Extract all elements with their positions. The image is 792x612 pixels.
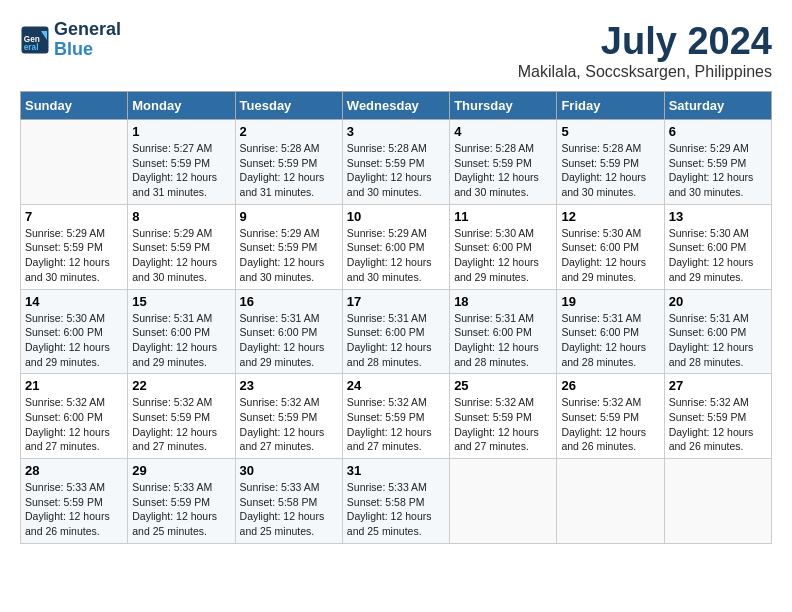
cell-content: Sunrise: 5:31 AM Sunset: 6:00 PM Dayligh… [669, 311, 767, 370]
calendar-cell: 16Sunrise: 5:31 AM Sunset: 6:00 PM Dayli… [235, 289, 342, 374]
day-number: 5 [561, 124, 659, 139]
cell-content: Sunrise: 5:32 AM Sunset: 5:59 PM Dayligh… [454, 395, 552, 454]
cell-content: Sunrise: 5:32 AM Sunset: 5:59 PM Dayligh… [347, 395, 445, 454]
cell-content: Sunrise: 5:28 AM Sunset: 5:59 PM Dayligh… [561, 141, 659, 200]
day-number: 1 [132, 124, 230, 139]
day-number: 25 [454, 378, 552, 393]
day-number: 4 [454, 124, 552, 139]
calendar-cell: 9Sunrise: 5:29 AM Sunset: 5:59 PM Daylig… [235, 204, 342, 289]
cell-content: Sunrise: 5:31 AM Sunset: 6:00 PM Dayligh… [347, 311, 445, 370]
week-row-5: 28Sunrise: 5:33 AM Sunset: 5:59 PM Dayli… [21, 459, 772, 544]
calendar-cell: 11Sunrise: 5:30 AM Sunset: 6:00 PM Dayli… [450, 204, 557, 289]
calendar-cell: 22Sunrise: 5:32 AM Sunset: 5:59 PM Dayli… [128, 374, 235, 459]
cell-content: Sunrise: 5:33 AM Sunset: 5:59 PM Dayligh… [25, 480, 123, 539]
calendar-cell: 26Sunrise: 5:32 AM Sunset: 5:59 PM Dayli… [557, 374, 664, 459]
cell-content: Sunrise: 5:33 AM Sunset: 5:58 PM Dayligh… [347, 480, 445, 539]
calendar-cell: 15Sunrise: 5:31 AM Sunset: 6:00 PM Dayli… [128, 289, 235, 374]
logo-text: General Blue [54, 20, 121, 60]
header-wednesday: Wednesday [342, 92, 449, 120]
header-thursday: Thursday [450, 92, 557, 120]
cell-content: Sunrise: 5:29 AM Sunset: 5:59 PM Dayligh… [240, 226, 338, 285]
cell-content: Sunrise: 5:28 AM Sunset: 5:59 PM Dayligh… [347, 141, 445, 200]
svg-text:eral: eral [24, 43, 39, 52]
cell-content: Sunrise: 5:28 AM Sunset: 5:59 PM Dayligh… [454, 141, 552, 200]
day-number: 30 [240, 463, 338, 478]
cell-content: Sunrise: 5:33 AM Sunset: 5:59 PM Dayligh… [132, 480, 230, 539]
day-number: 11 [454, 209, 552, 224]
day-number: 13 [669, 209, 767, 224]
week-row-1: 1Sunrise: 5:27 AM Sunset: 5:59 PM Daylig… [21, 120, 772, 205]
cell-content: Sunrise: 5:32 AM Sunset: 5:59 PM Dayligh… [561, 395, 659, 454]
day-number: 29 [132, 463, 230, 478]
calendar-cell: 10Sunrise: 5:29 AM Sunset: 6:00 PM Dayli… [342, 204, 449, 289]
cell-content: Sunrise: 5:30 AM Sunset: 6:00 PM Dayligh… [454, 226, 552, 285]
calendar-cell: 3Sunrise: 5:28 AM Sunset: 5:59 PM Daylig… [342, 120, 449, 205]
cell-content: Sunrise: 5:30 AM Sunset: 6:00 PM Dayligh… [561, 226, 659, 285]
day-number: 21 [25, 378, 123, 393]
cell-content: Sunrise: 5:30 AM Sunset: 6:00 PM Dayligh… [25, 311, 123, 370]
calendar-cell: 21Sunrise: 5:32 AM Sunset: 6:00 PM Dayli… [21, 374, 128, 459]
calendar-cell [664, 459, 771, 544]
day-number: 17 [347, 294, 445, 309]
calendar-cell: 2Sunrise: 5:28 AM Sunset: 5:59 PM Daylig… [235, 120, 342, 205]
calendar-cell: 8Sunrise: 5:29 AM Sunset: 5:59 PM Daylig… [128, 204, 235, 289]
calendar-cell: 17Sunrise: 5:31 AM Sunset: 6:00 PM Dayli… [342, 289, 449, 374]
calendar-cell: 25Sunrise: 5:32 AM Sunset: 5:59 PM Dayli… [450, 374, 557, 459]
calendar-cell: 6Sunrise: 5:29 AM Sunset: 5:59 PM Daylig… [664, 120, 771, 205]
day-number: 23 [240, 378, 338, 393]
header-saturday: Saturday [664, 92, 771, 120]
day-number: 19 [561, 294, 659, 309]
calendar-cell: 20Sunrise: 5:31 AM Sunset: 6:00 PM Dayli… [664, 289, 771, 374]
day-number: 8 [132, 209, 230, 224]
logo: Gen eral General Blue [20, 20, 121, 60]
calendar-cell: 13Sunrise: 5:30 AM Sunset: 6:00 PM Dayli… [664, 204, 771, 289]
day-number: 9 [240, 209, 338, 224]
header-tuesday: Tuesday [235, 92, 342, 120]
calendar-cell: 18Sunrise: 5:31 AM Sunset: 6:00 PM Dayli… [450, 289, 557, 374]
header-friday: Friday [557, 92, 664, 120]
header-monday: Monday [128, 92, 235, 120]
calendar-cell: 30Sunrise: 5:33 AM Sunset: 5:58 PM Dayli… [235, 459, 342, 544]
calendar-cell [450, 459, 557, 544]
week-row-4: 21Sunrise: 5:32 AM Sunset: 6:00 PM Dayli… [21, 374, 772, 459]
calendar-cell: 31Sunrise: 5:33 AM Sunset: 5:58 PM Dayli… [342, 459, 449, 544]
logo-line1: General [54, 20, 121, 40]
calendar-cell: 12Sunrise: 5:30 AM Sunset: 6:00 PM Dayli… [557, 204, 664, 289]
cell-content: Sunrise: 5:29 AM Sunset: 5:59 PM Dayligh… [132, 226, 230, 285]
day-number: 7 [25, 209, 123, 224]
calendar-cell [21, 120, 128, 205]
cell-content: Sunrise: 5:32 AM Sunset: 6:00 PM Dayligh… [25, 395, 123, 454]
calendar-cell: 24Sunrise: 5:32 AM Sunset: 5:59 PM Dayli… [342, 374, 449, 459]
day-number: 26 [561, 378, 659, 393]
calendar-cell: 5Sunrise: 5:28 AM Sunset: 5:59 PM Daylig… [557, 120, 664, 205]
day-number: 20 [669, 294, 767, 309]
cell-content: Sunrise: 5:28 AM Sunset: 5:59 PM Dayligh… [240, 141, 338, 200]
day-number: 18 [454, 294, 552, 309]
cell-content: Sunrise: 5:29 AM Sunset: 6:00 PM Dayligh… [347, 226, 445, 285]
day-number: 12 [561, 209, 659, 224]
day-number: 28 [25, 463, 123, 478]
cell-content: Sunrise: 5:31 AM Sunset: 6:00 PM Dayligh… [132, 311, 230, 370]
cell-content: Sunrise: 5:31 AM Sunset: 6:00 PM Dayligh… [561, 311, 659, 370]
day-number: 24 [347, 378, 445, 393]
day-number: 14 [25, 294, 123, 309]
cell-content: Sunrise: 5:29 AM Sunset: 5:59 PM Dayligh… [25, 226, 123, 285]
cell-content: Sunrise: 5:31 AM Sunset: 6:00 PM Dayligh… [454, 311, 552, 370]
day-number: 27 [669, 378, 767, 393]
logo-line2: Blue [54, 40, 121, 60]
cell-content: Sunrise: 5:32 AM Sunset: 5:59 PM Dayligh… [132, 395, 230, 454]
calendar-cell: 27Sunrise: 5:32 AM Sunset: 5:59 PM Dayli… [664, 374, 771, 459]
cell-content: Sunrise: 5:30 AM Sunset: 6:00 PM Dayligh… [669, 226, 767, 285]
calendar-cell: 19Sunrise: 5:31 AM Sunset: 6:00 PM Dayli… [557, 289, 664, 374]
week-row-2: 7Sunrise: 5:29 AM Sunset: 5:59 PM Daylig… [21, 204, 772, 289]
calendar-header-row: SundayMondayTuesdayWednesdayThursdayFrid… [21, 92, 772, 120]
title-block: July 2024 Makilala, Soccsksargen, Philip… [518, 20, 772, 81]
cell-content: Sunrise: 5:29 AM Sunset: 5:59 PM Dayligh… [669, 141, 767, 200]
calendar-cell: 23Sunrise: 5:32 AM Sunset: 5:59 PM Dayli… [235, 374, 342, 459]
page-title: July 2024 [518, 20, 772, 63]
week-row-3: 14Sunrise: 5:30 AM Sunset: 6:00 PM Dayli… [21, 289, 772, 374]
cell-content: Sunrise: 5:33 AM Sunset: 5:58 PM Dayligh… [240, 480, 338, 539]
calendar-cell [557, 459, 664, 544]
calendar-cell: 28Sunrise: 5:33 AM Sunset: 5:59 PM Dayli… [21, 459, 128, 544]
cell-content: Sunrise: 5:31 AM Sunset: 6:00 PM Dayligh… [240, 311, 338, 370]
